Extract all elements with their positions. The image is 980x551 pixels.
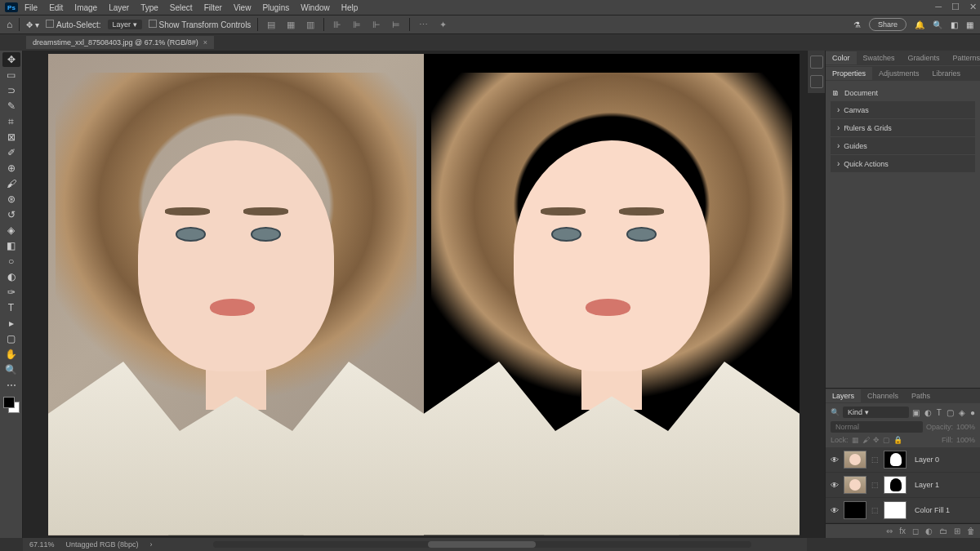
- distribute-3-icon[interactable]: ⊩: [370, 19, 383, 30]
- notifications-icon[interactable]: 🔔: [915, 20, 924, 29]
- tab-gradients[interactable]: Gradients: [902, 51, 947, 64]
- filter-shape-icon[interactable]: ▢: [947, 408, 954, 417]
- brush-tool[interactable]: 🖌: [2, 176, 20, 191]
- quick-select-tool[interactable]: ✎: [2, 99, 20, 113]
- distribute-2-icon[interactable]: ⊫: [350, 19, 363, 30]
- layer-thumbnail[interactable]: [844, 451, 866, 469]
- mask-thumbnail[interactable]: [884, 476, 906, 494]
- more-icon[interactable]: ⋯: [416, 19, 430, 30]
- tab-properties[interactable]: Properties: [826, 67, 872, 80]
- section-rulers-grids[interactable]: Rulers & Grids: [831, 119, 975, 136]
- distribute-4-icon[interactable]: ⊨: [390, 19, 403, 30]
- mask-link-icon[interactable]: ⬚: [871, 506, 879, 514]
- filter-toggle-icon[interactable]: ●: [970, 408, 975, 417]
- search-icon[interactable]: 🔍: [933, 20, 942, 29]
- maximize-icon[interactable]: ☐: [951, 2, 960, 12]
- lock-position-icon[interactable]: ✥: [873, 436, 880, 444]
- document-tab[interactable]: dreamstime_xxl_87508403.jpg @ 67.1% (RGB…: [26, 36, 214, 49]
- color-swatches[interactable]: [3, 397, 20, 413]
- distribute-1-icon[interactable]: ⊪: [331, 19, 344, 30]
- menu-plugins[interactable]: Plugins: [257, 2, 294, 14]
- layer-thumbnail[interactable]: [844, 476, 866, 494]
- path-select-tool[interactable]: ▸: [2, 316, 20, 331]
- opacity-value[interactable]: 100%: [956, 423, 975, 431]
- mask-link-icon[interactable]: ⬚: [871, 481, 879, 489]
- delete-layer-icon[interactable]: 🗑: [967, 527, 975, 535]
- menu-edit[interactable]: Edit: [44, 2, 68, 14]
- history-brush-tool[interactable]: ↺: [2, 207, 20, 222]
- horizontal-scrollbar[interactable]: [213, 541, 751, 548]
- fill-value[interactable]: 100%: [956, 436, 975, 444]
- menu-select[interactable]: Select: [165, 2, 198, 14]
- filter-type-icon[interactable]: T: [937, 408, 942, 417]
- menu-window[interactable]: Window: [296, 2, 335, 14]
- layer-style-icon[interactable]: fx: [899, 527, 906, 535]
- lock-artboard-icon[interactable]: ▢: [883, 436, 890, 444]
- workspace-icon[interactable]: ◧: [951, 20, 958, 29]
- layer-filter-kind[interactable]: Kind ▾: [843, 407, 909, 418]
- zoom-tool[interactable]: 🔍: [2, 362, 20, 377]
- filter-smart-icon[interactable]: ◈: [959, 408, 965, 417]
- auto-select-target[interactable]: Layer ▾: [108, 20, 142, 29]
- lock-transparency-icon[interactable]: ▦: [852, 436, 859, 444]
- crop-tool[interactable]: ⌗: [2, 114, 20, 129]
- beaker-icon[interactable]: ⚗: [853, 20, 861, 29]
- tab-layers[interactable]: Layers: [826, 389, 861, 402]
- visibility-toggle[interactable]: 👁: [831, 481, 839, 490]
- align-center-icon[interactable]: ▦: [284, 19, 297, 30]
- marquee-tool[interactable]: ▭: [2, 68, 20, 82]
- layer-row[interactable]: 👁 ⬚ Layer 0: [826, 447, 980, 473]
- minimize-icon[interactable]: ─: [935, 2, 942, 12]
- layer-name[interactable]: Layer 0: [915, 455, 939, 464]
- canvas-area[interactable]: [23, 51, 825, 538]
- gradient-tool[interactable]: ◧: [2, 238, 20, 253]
- show-transform-checkbox[interactable]: [149, 20, 157, 28]
- mask-thumbnail[interactable]: [884, 501, 906, 519]
- tab-adjustments[interactable]: Adjustments: [872, 67, 926, 80]
- menu-file[interactable]: File: [20, 2, 42, 14]
- lock-pixels-icon[interactable]: 🖌: [862, 436, 870, 444]
- share-button[interactable]: Share: [869, 18, 906, 31]
- new-group-icon[interactable]: 🗀: [939, 527, 947, 535]
- tab-channels[interactable]: Channels: [861, 389, 905, 402]
- collapsed-color-icon[interactable]: [810, 56, 823, 69]
- menu-view[interactable]: View: [229, 2, 256, 14]
- visibility-toggle[interactable]: 👁: [831, 506, 839, 515]
- color-profile[interactable]: Untagged RGB (8bpc): [66, 540, 139, 549]
- tab-patterns[interactable]: Patterns: [947, 51, 980, 64]
- lasso-tool[interactable]: ⊃: [2, 83, 20, 98]
- tab-paths[interactable]: Paths: [905, 389, 937, 402]
- section-guides[interactable]: Guides: [831, 137, 975, 154]
- layer-row[interactable]: 👁 ⬚ Color Fill 1: [826, 498, 980, 523]
- link-layers-icon[interactable]: ⇔: [886, 527, 893, 535]
- eyedropper-tool[interactable]: ✐: [2, 145, 20, 160]
- menu-type[interactable]: Type: [136, 2, 163, 14]
- eraser-tool[interactable]: ◈: [2, 223, 20, 238]
- tab-color[interactable]: Color: [826, 51, 857, 64]
- section-quick-actions[interactable]: Quick Actions: [831, 155, 975, 172]
- lock-all-icon[interactable]: 🔒: [893, 436, 902, 444]
- zoom-level[interactable]: 67.11%: [29, 540, 55, 549]
- type-tool[interactable]: T: [2, 300, 20, 315]
- shape-tool[interactable]: ▢: [2, 331, 20, 346]
- layer-name[interactable]: Color Fill 1: [915, 506, 950, 514]
- home-icon[interactable]: ⌂: [7, 19, 12, 30]
- menu-layer[interactable]: Layer: [104, 2, 134, 14]
- pen-tool[interactable]: ✑: [2, 285, 20, 300]
- layer-row[interactable]: 👁 ⬚ Layer 1: [826, 473, 980, 498]
- visibility-toggle[interactable]: 👁: [831, 455, 839, 464]
- align-right-icon[interactable]: ▥: [304, 19, 317, 30]
- filter-adjust-icon[interactable]: ◐: [924, 408, 932, 417]
- 3d-mode-icon[interactable]: ✦: [436, 19, 449, 30]
- menu-image[interactable]: Image: [69, 2, 102, 14]
- layer-name[interactable]: Layer 1: [915, 481, 939, 489]
- collapsed-comment-icon[interactable]: [810, 75, 823, 88]
- align-left-icon[interactable]: ▤: [265, 19, 278, 30]
- section-canvas[interactable]: Canvas: [831, 101, 975, 118]
- close-tab-icon[interactable]: ×: [203, 38, 207, 47]
- move-tool[interactable]: ✥: [2, 52, 20, 67]
- tab-libraries[interactable]: Libraries: [926, 67, 968, 80]
- add-mask-icon[interactable]: ◻: [912, 527, 919, 535]
- hand-tool[interactable]: ✋: [2, 347, 20, 362]
- new-adjustment-icon[interactable]: ◐: [925, 527, 933, 535]
